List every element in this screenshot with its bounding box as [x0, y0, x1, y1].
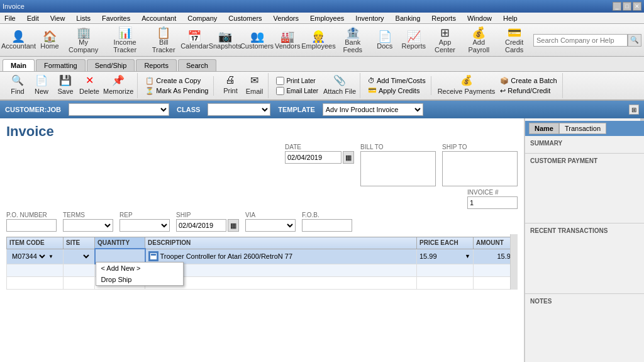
menu-employees[interactable]: Employees: [308, 14, 346, 23]
ribbon-create-batch[interactable]: 📦 Create a Batch: [497, 76, 559, 86]
minimize-button[interactable]: _: [613, 2, 621, 11]
toolbar-credit-cards[interactable]: 💳 Credit Cards: [496, 26, 532, 55]
ribbon-memorize[interactable]: 📌 Memorize: [102, 73, 135, 98]
fob-input[interactable]: [302, 219, 352, 232]
rep-select[interactable]: [119, 219, 170, 232]
tab-name-button[interactable]: Name: [529, 123, 559, 134]
empty-cell: [145, 264, 417, 276]
menu-help[interactable]: Help: [501, 14, 519, 23]
cell-description[interactable]: Trooper Controller for Atari 2600/RetroN…: [145, 249, 417, 264]
ribbon-attach-file[interactable]: 📎 Attach File: [322, 73, 357, 98]
ribbon-refund-credit[interactable]: ↩ Refund/Credit: [497, 86, 559, 96]
add-new-option[interactable]: < Add New >: [96, 263, 183, 274]
menu-accountant[interactable]: Accountant: [140, 14, 178, 23]
ribbon-email[interactable]: ✉ Email: [243, 73, 265, 98]
customer-job-select[interactable]: [69, 103, 169, 116]
ribbon-receive-payments[interactable]: 💰 Receive Payments: [436, 73, 497, 98]
tab-main[interactable]: Main: [3, 59, 35, 71]
expand-button[interactable]: ⊞: [629, 105, 639, 115]
tab-transaction-button[interactable]: Transaction: [559, 123, 606, 134]
tab-reports[interactable]: Reports: [136, 59, 177, 71]
toolbar-add-payroll[interactable]: 💰 Add Payroll: [462, 26, 495, 55]
menu-company[interactable]: Company: [186, 14, 219, 23]
ship-date-picker[interactable]: ▦: [228, 219, 239, 232]
drop-ship-option[interactable]: Drop Ship: [96, 274, 183, 285]
ribbon-delete[interactable]: ✕ Delete: [78, 73, 101, 98]
cell-price[interactable]: 15.99 ▼: [417, 249, 474, 264]
toolbar-employees[interactable]: 👷 Employees: [303, 26, 334, 55]
table-row-empty1[interactable]: [7, 264, 518, 276]
toolbar-accountant[interactable]: 👤 Accountant: [3, 26, 35, 55]
tab-send-ship[interactable]: Send/Ship: [87, 59, 135, 71]
batch-icon: 📦: [500, 77, 509, 85]
menu-lists[interactable]: Lists: [74, 14, 92, 23]
via-select[interactable]: [245, 219, 296, 232]
menu-customers[interactable]: Customers: [226, 14, 264, 23]
ship-input[interactable]: [176, 219, 226, 232]
date-input[interactable]: [285, 151, 341, 164]
print-later-label[interactable]: Print Later: [274, 76, 321, 86]
title-bar: Invoice _ □ ✕: [0, 0, 644, 13]
print-later-checkbox[interactable]: [276, 77, 284, 85]
price-dropdown-arrow[interactable]: ▼: [465, 253, 470, 259]
cell-quantity[interactable]: < Add New > Drop Ship: [95, 249, 145, 264]
menu-view[interactable]: View: [48, 14, 67, 23]
toolbar-my-company[interactable]: 🏢 My Company: [65, 26, 102, 55]
menu-favorites[interactable]: Favorites: [100, 14, 132, 23]
toolbar-bank-feeds[interactable]: 🏦 Bank Feeds: [336, 26, 370, 55]
tab-search[interactable]: Search: [178, 59, 216, 71]
ship-to-textarea[interactable]: [442, 151, 518, 186]
table-row-empty2[interactable]: [7, 276, 518, 289]
po-input[interactable]: [6, 219, 57, 232]
menu-banking[interactable]: Banking: [394, 14, 423, 23]
ribbon-save[interactable]: 💾 Save: [54, 73, 77, 98]
toolbar-docs[interactable]: 📄 Docs: [371, 26, 399, 55]
menu-inventory[interactable]: Inventory: [353, 14, 386, 23]
close-button[interactable]: ✕: [633, 2, 641, 11]
menu-edit[interactable]: Edit: [25, 14, 41, 23]
product-icon: [148, 251, 158, 261]
terms-select[interactable]: [63, 219, 113, 232]
ribbon-add-time[interactable]: ⏱ Add Time/Costs: [365, 76, 428, 85]
class-select[interactable]: [208, 103, 270, 116]
bill-to-textarea[interactable]: [360, 151, 436, 186]
ribbon-create-copy[interactable]: 📋 Create a Copy: [143, 76, 211, 86]
search-button[interactable]: 🔍: [628, 34, 641, 47]
toolbar-app-center[interactable]: ⊞ App Center: [429, 26, 462, 55]
ribbon: 🔍 Find 📄 New 💾 Save ✕ Delete 📌 Memorize …: [0, 72, 644, 101]
cell-item-code[interactable]: M07344 ▼: [7, 249, 64, 264]
toolbar-calendar[interactable]: 📅 Calendar: [180, 26, 208, 55]
title-bar-controls: _ □ ✕: [613, 2, 641, 11]
menu-reports[interactable]: Reports: [430, 14, 458, 23]
search-input[interactable]: [533, 34, 628, 47]
toolbar-snapshots[interactable]: 📷 Snapshots: [209, 26, 240, 55]
toolbar-income-tracker[interactable]: 📊 Income Tracker: [103, 26, 147, 55]
toolbar-home[interactable]: 🏠 Home: [36, 26, 64, 55]
menu-window[interactable]: Window: [465, 14, 494, 23]
template-select[interactable]: Adv Inv Product Invoice: [323, 103, 423, 116]
cell-site[interactable]: [64, 249, 95, 264]
menu-file[interactable]: File: [3, 14, 18, 23]
ribbon-mark-pending[interactable]: ⏳ Mark As Pending: [143, 86, 211, 96]
toolbar-bill-tracker[interactable]: 📋 Bill Tracker: [148, 26, 179, 55]
tab-formatting[interactable]: Formatting: [36, 59, 86, 71]
email-later-label[interactable]: Email Later: [274, 86, 321, 96]
item-code-select[interactable]: M07344: [9, 251, 47, 262]
menu-vendors[interactable]: Vendors: [272, 14, 301, 23]
toolbar-reports[interactable]: 📈 Reports: [400, 26, 428, 55]
date-picker-button[interactable]: ▦: [343, 151, 354, 164]
maximize-button[interactable]: □: [623, 2, 631, 11]
ribbon-apply-credits[interactable]: 💳 Apply Credits: [365, 86, 428, 95]
table-scrollbar[interactable]: [510, 234, 518, 290]
toolbar-vendors[interactable]: 🏭 Vendors: [274, 26, 301, 55]
site-select[interactable]: [66, 251, 91, 262]
email-icon: ✉: [250, 74, 258, 86]
quantity-input[interactable]: [98, 251, 142, 262]
ribbon-print[interactable]: 🖨 Print: [219, 73, 242, 98]
table-row[interactable]: M07344 ▼ < Add New >: [7, 249, 518, 264]
toolbar-customers[interactable]: 👥 Customers: [242, 26, 272, 55]
ribbon-find[interactable]: 🔍 Find: [6, 73, 29, 98]
invoice-num-input[interactable]: [467, 196, 518, 209]
ribbon-new[interactable]: 📄 New: [30, 73, 53, 98]
email-later-checkbox[interactable]: [276, 87, 284, 95]
